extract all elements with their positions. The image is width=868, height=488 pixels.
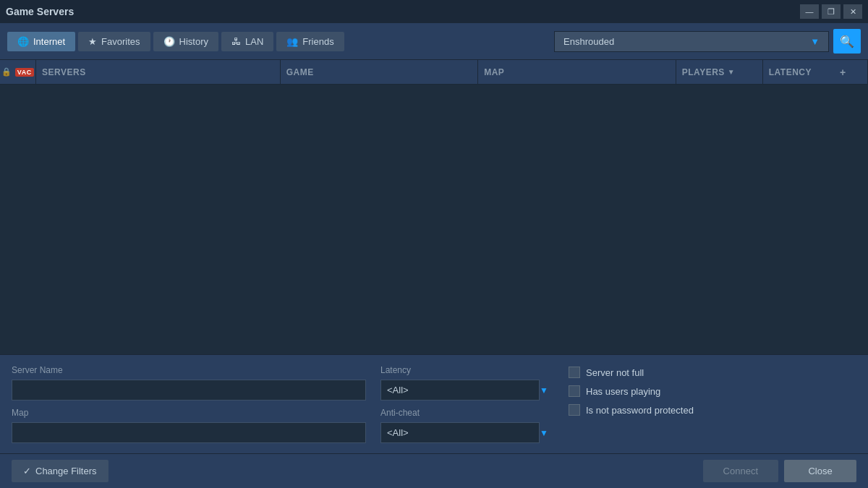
latency-select-wrapper: <All> < 50 ms < 100 ms < 150 ms < 250 ms… [380,380,554,401]
search-button[interactable]: 🔍 [833,29,861,53]
filter-row: Server Name Map Latency <All> [12,365,856,443]
internet-icon: 🌐 [17,36,29,47]
game-selector: Enshrouded ▼ 🔍 [554,29,861,53]
col-add-button[interactable]: + [840,67,861,78]
game-dropdown[interactable]: Enshrouded ▼ [554,31,829,52]
anticheat-group: Anti-cheat <All> None VAC ▼ [380,408,554,443]
col-header-latency[interactable]: LATENCY + [763,60,868,84]
filter-col-right: Server not full Has users playing Is not… [569,365,856,416]
change-filters-label: Change Filters [35,466,97,476]
close-window-button[interactable]: ✕ [843,4,862,19]
tab-friends-label: Friends [302,36,333,47]
tab-lan-label: LAN [245,36,263,47]
col-header-servers[interactable]: SERVERS [36,60,281,84]
game-servers-window: Game Servers — ❐ ✕ 🌐 Internet ★ Favorite… [0,0,868,488]
navbar: 🌐 Internet ★ Favorites 🕐 History 🖧 LAN 👥 [0,23,868,60]
server-name-input[interactable] [12,380,366,401]
table-header: 🔒 VAC SERVERS GAME MAP PLAYERS ▼ LATENCY… [0,60,868,85]
friends-icon: 👥 [286,36,298,47]
anticheat-select[interactable]: <All> None VAC [380,422,540,443]
col-players-label: PLAYERS [682,67,725,77]
history-icon: 🕐 [163,36,175,47]
checkbox-has-users-box[interactable] [569,385,580,397]
restore-button[interactable]: ❐ [822,4,841,19]
anticheat-select-wrapper: <All> None VAC ▼ [380,422,554,443]
latency-chevron-icon: ▼ [540,385,548,395]
checkbox-not-password-label: Is not password protected [586,405,694,416]
titlebar: Game Servers — ❐ ✕ [0,0,868,23]
bottom-right-buttons: Connect Close [703,460,856,482]
server-name-group: Server Name [12,365,366,401]
checkbox-not-full[interactable]: Server not full [569,367,856,378]
filter-col-mid: Latency <All> < 50 ms < 100 ms < 150 ms … [380,365,554,443]
col-header-players[interactable]: PLAYERS ▼ [676,60,763,84]
latency-label: Latency [380,365,554,375]
map-input[interactable] [12,422,366,443]
checkbox-has-users[interactable]: Has users playing [569,385,856,397]
lock-icon: 🔒 [1,67,12,77]
tab-favorites[interactable]: ★ Favorites [78,32,150,51]
favorites-icon: ★ [88,36,97,47]
tab-favorites-label: Favorites [101,36,140,47]
lan-icon: 🖧 [231,36,241,47]
filter-area: Server Name Map Latency <All> [0,354,868,453]
tab-lan[interactable]: 🖧 LAN [221,32,273,51]
col-latency-label: LATENCY [769,67,812,77]
tab-internet[interactable]: 🌐 Internet [7,32,75,51]
map-group: Map [12,408,366,443]
latency-group: Latency <All> < 50 ms < 100 ms < 150 ms … [380,365,554,401]
window-controls: — ❐ ✕ [800,4,862,19]
game-selected-label: Enshrouded [563,36,614,47]
col-servers-label: SERVERS [42,67,86,77]
server-list[interactable] [0,85,868,354]
latency-select[interactable]: <All> < 50 ms < 100 ms < 150 ms < 250 ms [380,380,540,401]
search-icon: 🔍 [840,35,854,48]
vac-badge: VAC [15,68,34,77]
server-name-label: Server Name [12,365,366,375]
checkbox-not-full-box[interactable] [569,367,580,378]
dropdown-chevron-icon: ▼ [810,36,820,47]
tab-history[interactable]: 🕐 History [153,32,218,51]
change-filters-icon: ✓ [23,466,31,476]
col-header-icons[interactable]: 🔒 VAC [0,60,36,84]
change-filters-button[interactable]: ✓ Change Filters [12,460,109,482]
col-header-game[interactable]: GAME [281,60,479,84]
connect-button[interactable]: Connect [703,460,778,482]
checkbox-not-password-box[interactable] [569,404,580,416]
close-button[interactable]: Close [784,460,856,482]
window-title: Game Servers [6,6,74,17]
col-header-map[interactable]: MAP [478,60,676,84]
minimize-button[interactable]: — [800,4,819,19]
players-sort-icon: ▼ [728,68,735,76]
bottom-bar: ✓ Change Filters Connect Close [0,453,868,488]
map-label: Map [12,408,366,418]
anticheat-chevron-icon: ▼ [540,428,548,438]
col-game-label: GAME [286,67,314,77]
col-map-label: MAP [484,67,504,77]
tab-friends[interactable]: 👥 Friends [276,32,344,51]
nav-tabs: 🌐 Internet ★ Favorites 🕐 History 🖧 LAN 👥 [7,32,551,51]
main-content: 🌐 Internet ★ Favorites 🕐 History 🖧 LAN 👥 [0,23,868,488]
checkbox-not-password[interactable]: Is not password protected [569,404,856,416]
anticheat-label: Anti-cheat [380,408,554,418]
checkbox-has-users-label: Has users playing [586,386,660,397]
checkbox-not-full-label: Server not full [586,367,644,378]
filter-col-left: Server Name Map [12,365,366,443]
tab-history-label: History [179,36,208,47]
tab-internet-label: Internet [33,36,65,47]
